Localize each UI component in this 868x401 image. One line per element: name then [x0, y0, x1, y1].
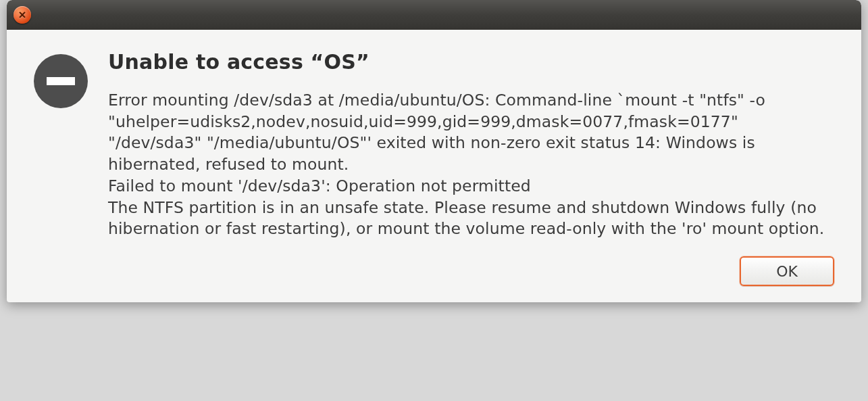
- close-button[interactable]: [14, 6, 31, 24]
- error-dialog-window: Unable to access “OS” Error mounting /de…: [7, 0, 861, 302]
- ok-button[interactable]: OK: [740, 256, 834, 286]
- error-icon: [34, 54, 88, 108]
- dialog-button-row: OK: [7, 256, 861, 302]
- dialog-title: Unable to access “OS”: [108, 50, 834, 74]
- titlebar: [7, 0, 861, 30]
- close-icon: [18, 11, 26, 19]
- minus-icon: [47, 77, 75, 85]
- dialog-message: Error mounting /dev/sda3 at /media/ubunt…: [108, 90, 834, 240]
- dialog-content: Unable to access “OS” Error mounting /de…: [108, 50, 834, 240]
- dialog-body: Unable to access “OS” Error mounting /de…: [7, 30, 861, 256]
